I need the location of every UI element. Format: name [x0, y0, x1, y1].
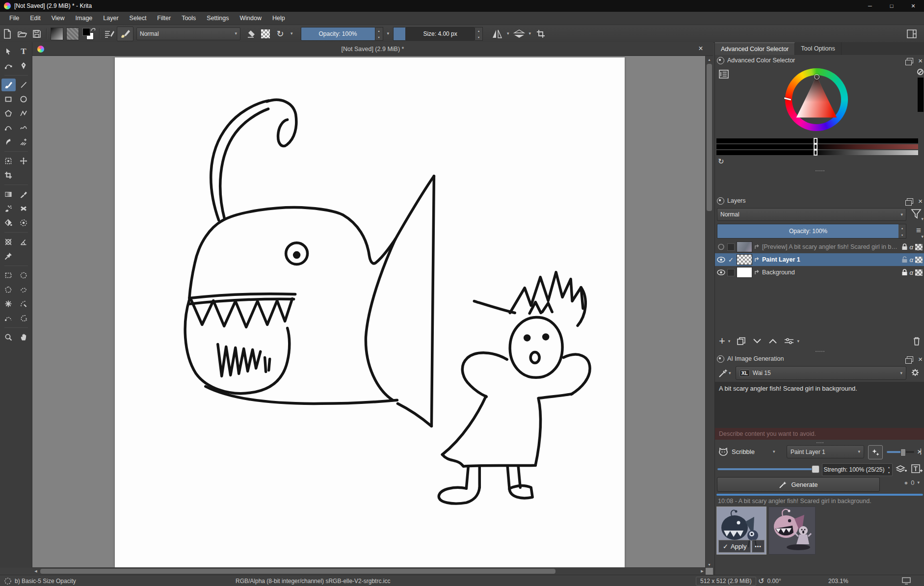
size-slider[interactable]: Size: 4.00 px — [405, 27, 475, 41]
tool-magnetic-select[interactable] — [17, 297, 31, 310]
preview-toggle-button[interactable] — [868, 445, 883, 459]
layer-row-paint-layer-1[interactable]: ✓ Paint Layer 1 α — [715, 253, 924, 266]
value-strip-1[interactable] — [716, 138, 918, 143]
tool-freehand-brush[interactable] — [1, 79, 16, 91]
menu-select[interactable]: Select — [124, 12, 152, 25]
spin-down-icon[interactable]: ▾ — [898, 231, 906, 238]
layer-checkbox[interactable]: ✓ — [727, 256, 735, 264]
edit-brush-settings-button[interactable] — [102, 27, 117, 41]
layer-filter-icon[interactable] — [911, 209, 922, 219]
canvas-rotation[interactable]: ↺ 0.00° — [758, 577, 781, 586]
layer-row-preview[interactable]: [Preview] A bit scary angler fish! Scare… — [715, 240, 924, 253]
close-region-icon[interactable]: × — [917, 448, 922, 456]
canvas-viewport[interactable] — [32, 56, 706, 568]
docker-splitter[interactable] — [715, 349, 924, 353]
horizontal-scrollbar[interactable]: ◀ ▶ — [32, 567, 706, 575]
layer-checkbox[interactable] — [727, 243, 735, 251]
docker-splitter[interactable] — [715, 169, 924, 173]
menu-image[interactable]: Image — [70, 12, 98, 25]
tool-colorize-mask[interactable] — [17, 202, 31, 215]
color-history-swatch[interactable] — [918, 78, 924, 112]
preview-opacity-slider[interactable] — [887, 451, 914, 453]
add-layer-button[interactable]: + — [719, 336, 725, 346]
chevron-down-icon[interactable]: ▾ — [290, 31, 293, 36]
inherit-alpha-icon[interactable] — [915, 257, 923, 263]
tab-advanced-color-selector[interactable]: Advanced Color Selector — [715, 42, 795, 55]
spin-down-icon[interactable]: ▾ — [375, 34, 383, 40]
reload-preset-button[interactable]: ↻ — [273, 27, 288, 41]
lock-icon[interactable] — [717, 355, 724, 363]
float-docker-icon[interactable] — [907, 356, 913, 362]
result-more-button[interactable]: ••• — [752, 540, 765, 553]
chevron-down-icon[interactable]: ▾ — [728, 339, 731, 344]
document-size-indicator[interactable]: 512 x 512 (2.9 MiB) — [696, 577, 756, 586]
canvas[interactable] — [115, 57, 625, 567]
minimize-button[interactable]: ─ — [859, 0, 881, 12]
alpha-icon[interactable]: α — [910, 256, 913, 264]
lock-icon[interactable] — [717, 57, 724, 64]
spin-up-icon[interactable]: ▴ — [375, 27, 383, 34]
tool-polyline[interactable] — [17, 107, 31, 120]
tool-ellipse[interactable] — [17, 93, 31, 106]
opacity-spinner[interactable]: ▴ ▾ — [375, 27, 383, 41]
workspace-mode-label[interactable]: Scribble — [732, 448, 755, 455]
alpha-icon[interactable]: α — [910, 243, 913, 251]
tool-transform[interactable] — [1, 155, 16, 167]
chevron-down-icon[interactable]: ▾ — [797, 339, 799, 344]
selection-indicator-icon[interactable] — [4, 577, 12, 585]
opacity-slider[interactable]: Opacity: 100% — [301, 27, 375, 41]
chevron-down-icon[interactable]: ▾ — [917, 480, 920, 485]
tool-dynamic-brush[interactable] — [1, 135, 16, 148]
layer-blend-mode-dropdown[interactable]: Normal ▾ — [717, 208, 906, 221]
lock-icon[interactable] — [717, 197, 724, 205]
vertical-scrollbar-thumb[interactable] — [707, 64, 712, 211]
wrap-around-button[interactable] — [533, 27, 548, 41]
value-strip-2[interactable] — [716, 144, 918, 149]
tool-move[interactable] — [17, 155, 31, 167]
brush-preset-button[interactable] — [117, 27, 133, 41]
scroll-down-icon[interactable]: ▼ — [706, 561, 713, 568]
duplicate-layer-icon[interactable] — [737, 337, 746, 345]
layer-opacity-slider[interactable]: Opacity: 100% — [717, 224, 899, 239]
chevron-down-icon[interactable]: ▾ — [507, 31, 509, 36]
tab-tool-options[interactable]: Tool Options — [795, 42, 841, 55]
tool-similar-select[interactable] — [1, 297, 16, 310]
result-thumbnail-2[interactable] — [768, 506, 816, 555]
scroll-up-icon[interactable]: ▲ — [706, 56, 713, 63]
close-docker-icon[interactable]: × — [918, 355, 923, 363]
chevron-down-icon[interactable]: ▾ — [387, 31, 390, 36]
clear-history-icon[interactable] — [917, 69, 924, 75]
chevron-down-icon[interactable]: ▾ — [729, 371, 731, 375]
tool-polygon-select[interactable] — [1, 283, 16, 296]
add-text-region-icon[interactable] — [911, 464, 923, 475]
vertical-scrollbar[interactable]: ▲ ▼ — [705, 56, 713, 568]
menu-layer[interactable]: Layer — [98, 12, 124, 25]
size-spinner[interactable]: ▴ ▾ — [475, 27, 483, 41]
strength-spinbox[interactable]: Strength: 100% (25/25) ▴▾ — [822, 463, 893, 476]
move-layer-down-icon[interactable] — [753, 338, 762, 344]
move-layer-up-icon[interactable] — [768, 338, 777, 344]
mirror-horizontal-button[interactable] — [490, 27, 504, 41]
style-wand-icon[interactable] — [718, 368, 728, 378]
strength-spinner[interactable]: ▴▾ — [886, 464, 892, 475]
apply-result-button[interactable]: ✓ Apply — [718, 540, 751, 553]
tool-edit-shapes[interactable] — [1, 59, 16, 72]
menu-filter[interactable]: Filter — [152, 12, 176, 25]
negative-prompt-input[interactable] — [715, 428, 924, 440]
gradient-chooser[interactable] — [51, 27, 63, 40]
menu-help[interactable]: Help — [267, 12, 290, 25]
layer-row-background[interactable]: Background α — [715, 266, 924, 279]
visibility-eye-icon[interactable] — [717, 269, 725, 276]
menu-edit[interactable]: Edit — [25, 12, 46, 25]
tool-calligraphy[interactable] — [17, 59, 31, 72]
queue-indicator[interactable]: ● 0 ▾ — [904, 479, 920, 486]
layer-properties-icon[interactable] — [784, 338, 794, 345]
tool-zoom[interactable] — [1, 331, 16, 344]
chevron-down-icon[interactable]: ▾ — [921, 217, 924, 221]
tool-fuzzy-select[interactable] — [17, 312, 31, 324]
tool-measure[interactable] — [17, 236, 31, 248]
tool-freehand-path[interactable] — [17, 121, 31, 134]
strength-slider[interactable] — [717, 468, 816, 470]
tool-assistants[interactable] — [1, 236, 16, 248]
slider-handle[interactable] — [900, 449, 906, 456]
